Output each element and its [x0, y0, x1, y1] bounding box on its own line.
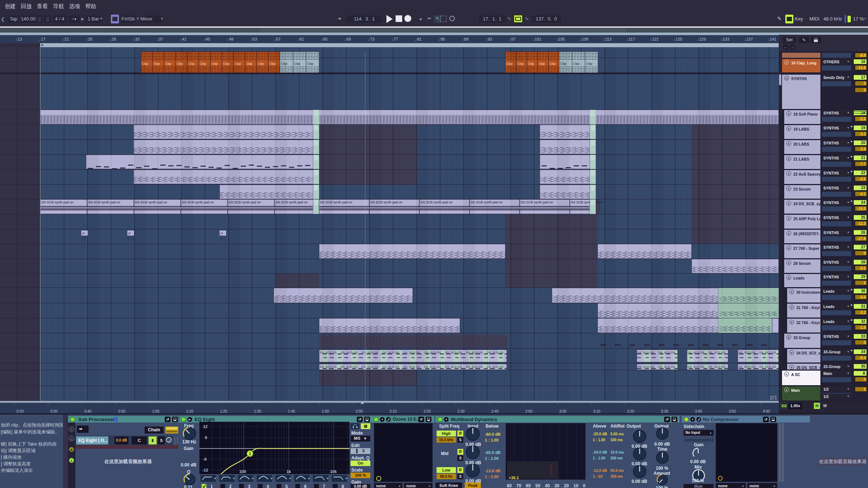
svg-text:DS SCB synth pad on: DS SCB synth pad on — [471, 200, 503, 204]
svg-text:113: 113 — [605, 37, 612, 41]
svg-text:Clap: Clap — [549, 62, 556, 65]
svg-text:0:20: 0:20 — [16, 409, 24, 413]
svg-text:DS_SCD DS: DS_SCD DS — [382, 365, 399, 368]
svg-text:2:10: 2:10 — [390, 409, 397, 413]
svg-text:5: 5 — [285, 484, 288, 488]
svg-text:37: 37 — [158, 37, 163, 41]
svg-text:2:00: 2:00 — [356, 409, 363, 413]
svg-text:Clap: Clap — [294, 62, 300, 65]
svg-text:Clap: Clap — [269, 62, 276, 65]
svg-text:Clap: Clap — [307, 62, 314, 65]
svg-text:73: 73 — [370, 37, 374, 41]
svg-text:Clap: Clap — [246, 62, 253, 65]
svg-text:Clap: Clap — [165, 62, 172, 65]
svg-text:3: 3 — [248, 484, 250, 488]
svg-text:81: 81 — [417, 37, 422, 41]
svg-text:DS_SCD DS: DS_SCD DS — [487, 351, 504, 354]
svg-text:85: 85 — [441, 37, 445, 41]
svg-text:109: 109 — [581, 37, 588, 41]
svg-text:0:40: 0:40 — [84, 409, 91, 413]
svg-text:Clap: Clap — [212, 62, 218, 65]
svg-text:2:30: 2:30 — [457, 409, 465, 413]
svg-text:3:00: 3:00 — [559, 409, 566, 413]
svg-text:3:20: 3:20 — [627, 409, 635, 413]
svg-text:29: 29 — [112, 37, 116, 41]
svg-text:6: 6 — [205, 435, 207, 440]
svg-text:Clap: Clap — [573, 62, 580, 65]
svg-text:3:40: 3:40 — [695, 409, 702, 413]
svg-text:2: 2 — [229, 484, 232, 488]
svg-text:89: 89 — [464, 37, 468, 41]
svg-text:DS SCB synth pad on: DS SCB synth pad on — [41, 200, 74, 204]
svg-text:DS_SCD DS: DS_SCD DS — [759, 365, 776, 368]
svg-text:25: 25 — [88, 37, 93, 41]
svg-text:DS_SCD DS: DS_SCD DS — [708, 365, 725, 368]
svg-text:100: 100 — [239, 469, 246, 474]
svg-text:133: 133 — [723, 37, 729, 41]
svg-text:2:40: 2:40 — [491, 409, 499, 413]
svg-text:DS_SCD DS: DS_SCD DS — [487, 365, 504, 368]
svg-text:137: 137 — [746, 37, 753, 41]
svg-text:1k: 1k — [287, 469, 291, 474]
svg-text:129: 129 — [699, 37, 706, 41]
svg-text:57: 57 — [276, 37, 280, 41]
svg-text:DS SCB synth pad on: DS SCB synth pad on — [521, 200, 553, 204]
svg-text:1:00: 1:00 — [152, 409, 160, 413]
svg-text:DS_SCD DS: DS_SCD DS — [759, 351, 776, 354]
svg-text:7: 7 — [323, 484, 325, 488]
svg-text:101: 101 — [535, 37, 541, 41]
svg-text:(9: (9 — [220, 232, 223, 235]
svg-text:2:20: 2:20 — [423, 409, 431, 413]
svg-text:3:50: 3:50 — [729, 409, 736, 413]
svg-text:DS_SCD DS: DS_SCD DS — [341, 351, 358, 354]
svg-text:8: 8 — [341, 484, 344, 488]
svg-text:17: 17 — [41, 37, 45, 41]
svg-text:1:10: 1:10 — [186, 409, 194, 413]
svg-text:33: 33 — [135, 37, 139, 41]
svg-text:49: 49 — [229, 37, 233, 41]
svg-text:DS_SCD DS: DS_SCD DS — [341, 365, 358, 368]
svg-text:93: 93 — [487, 37, 492, 41]
svg-text:77: 77 — [394, 37, 398, 41]
svg-text:4:00: 4:00 — [763, 409, 770, 413]
svg-text:45: 45 — [206, 37, 210, 41]
svg-text:Clap: Clap — [539, 62, 545, 65]
svg-text:117: 117 — [629, 37, 635, 41]
svg-text:Clap: Clap — [258, 62, 264, 65]
svg-text:141: 141 — [770, 37, 776, 41]
svg-text:105: 105 — [558, 37, 565, 41]
svg-text:2:50: 2:50 — [525, 409, 533, 413]
svg-text:1:30: 1:30 — [254, 409, 261, 413]
svg-text:3:30: 3:30 — [661, 409, 668, 413]
svg-text:DS_SCD DS: DS_SCD DS — [708, 351, 725, 354]
svg-text:65: 65 — [323, 37, 328, 41]
svg-text:0:50: 0:50 — [118, 409, 126, 413]
svg-text:12: 12 — [203, 424, 207, 429]
svg-text:3:10: 3:10 — [593, 409, 601, 413]
svg-text:1: 1 — [249, 452, 251, 456]
svg-text:DS_SCD DS: DS_SCD DS — [382, 351, 399, 354]
svg-text:-12: -12 — [202, 468, 208, 472]
svg-text:DS SCB synth pad on: DS SCB synth pad on — [571, 200, 603, 204]
svg-text:125: 125 — [676, 37, 682, 41]
svg-text:1:40: 1:40 — [288, 409, 295, 413]
svg-text:4: 4 — [267, 484, 269, 488]
svg-text:Clap: Clap — [153, 62, 160, 65]
svg-text:13: 13 — [18, 37, 22, 41]
svg-text:1: 1 — [210, 484, 213, 488]
svg-text:97: 97 — [511, 37, 516, 41]
svg-text:1:50: 1:50 — [322, 409, 329, 413]
svg-text:41: 41 — [182, 37, 186, 41]
svg-text:Clap: Clap — [586, 62, 592, 65]
svg-text:DS_SCD DS: DS_SCD DS — [445, 351, 462, 354]
svg-text:1:20: 1:20 — [220, 409, 227, 413]
svg-text:61: 61 — [300, 37, 304, 41]
svg-text:69: 69 — [347, 37, 351, 41]
svg-text:-6: -6 — [203, 457, 207, 461]
svg-text:(9: (9 — [82, 232, 85, 235]
svg-text:6: 6 — [304, 484, 307, 488]
svg-text:21: 21 — [64, 37, 69, 41]
svg-text:10k: 10k — [330, 469, 337, 474]
svg-text:2/1: 2/1 — [770, 394, 777, 401]
svg-text:121: 121 — [652, 37, 659, 41]
